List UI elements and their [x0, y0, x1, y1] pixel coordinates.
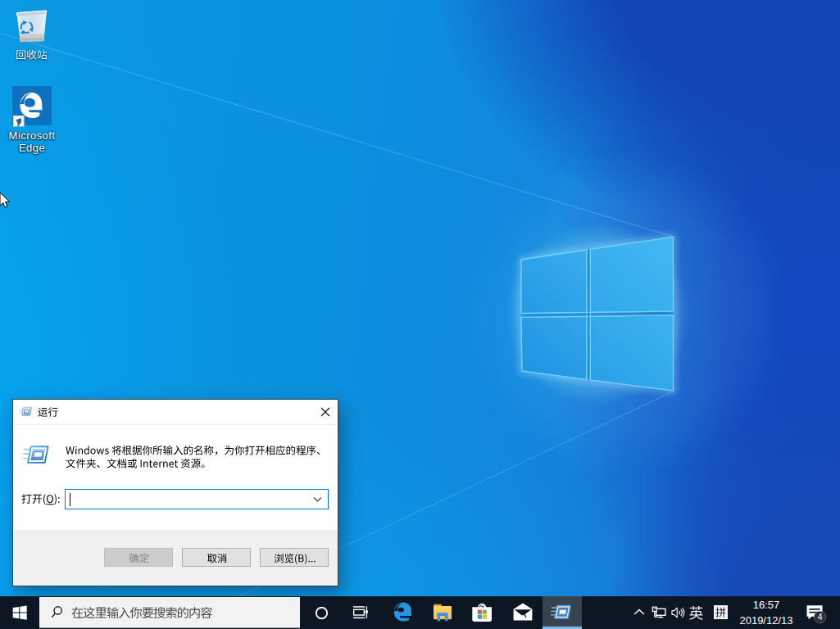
svg-text:4: 4	[818, 612, 823, 622]
